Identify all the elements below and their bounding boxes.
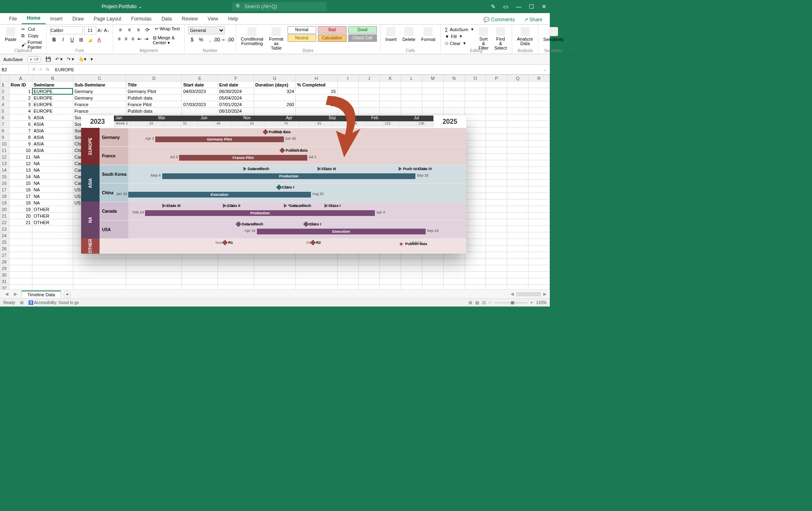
row-header-2[interactable]: 2 [0,88,9,95]
cell[interactable] [465,259,486,265]
format-as-table-button[interactable]: Format as Table [268,26,285,51]
align-center-icon[interactable]: ≡ [123,35,129,43]
col-header-Q[interactable]: Q [507,75,528,82]
cell[interactable]: 04/03/2023 [182,88,218,95]
style-good[interactable]: Good [348,26,377,34]
cell[interactable] [465,147,486,154]
cell[interactable] [486,121,507,127]
cell[interactable] [380,278,401,285]
cell[interactable] [401,272,422,278]
cell[interactable] [528,127,550,134]
cell[interactable]: 18 [9,200,32,206]
tab-help[interactable]: Help [223,14,243,24]
add-sheet-button[interactable]: + [64,291,71,298]
col-header-E[interactable]: E [182,75,218,82]
cell[interactable] [254,272,295,278]
header-cell[interactable]: Row ID [9,82,32,88]
col-header-A[interactable]: A [9,75,32,82]
cell[interactable]: OTHER [32,213,73,219]
cell[interactable] [507,134,528,141]
cell[interactable] [465,265,486,272]
cell[interactable] [182,95,218,101]
cell[interactable] [401,82,422,88]
sheet-tab-active[interactable]: Timeline Data [21,291,61,298]
row-header-14[interactable]: 14 [0,167,9,173]
cell[interactable] [73,285,126,290]
cell[interactable] [528,226,550,232]
cell[interactable] [507,193,528,200]
cell[interactable] [254,265,295,272]
cell[interactable] [486,245,507,252]
cell[interactable] [126,265,182,272]
maximize-icon[interactable]: ☐ [529,3,534,10]
cell[interactable] [528,285,550,290]
cell[interactable] [486,101,507,108]
col-header-J[interactable]: J [358,75,380,82]
cell[interactable]: 20 [9,213,32,219]
cell[interactable]: Germany [73,95,126,101]
cell[interactable] [465,82,486,88]
cell[interactable] [507,200,528,206]
cell[interactable] [182,259,218,265]
cell[interactable] [9,232,32,239]
cell[interactable] [422,265,443,272]
cell[interactable] [465,141,486,147]
cell[interactable] [218,285,254,290]
orientation-icon[interactable]: ⟳ [143,26,152,34]
cell[interactable] [465,193,486,200]
cell[interactable] [126,278,182,285]
cell[interactable]: 3 [9,101,32,108]
cell[interactable] [358,82,380,88]
cell[interactable] [337,265,358,272]
header-cell[interactable]: Sub-Swimlane [73,82,126,88]
col-header-M[interactable]: M [422,75,443,82]
cell[interactable] [528,95,550,101]
merge-center-button[interactable]: ⊟Merge & Center ▾ [153,35,181,45]
cell[interactable] [507,121,528,127]
cell[interactable] [507,173,528,180]
cell[interactable]: NA [32,173,73,180]
zoom-slider[interactable] [494,302,527,303]
row-header-25[interactable]: 25 [0,239,9,245]
cell[interactable] [486,278,507,285]
cell[interactable] [507,219,528,226]
scroll-left-icon[interactable]: ◀ [510,291,514,297]
cell[interactable] [422,278,443,285]
cell[interactable] [507,88,528,95]
cell[interactable] [486,252,507,259]
cell[interactable] [465,245,486,252]
cell[interactable] [507,239,528,245]
cell[interactable] [295,259,337,265]
fx-icon[interactable]: fx [46,67,50,72]
cell[interactable] [218,265,254,272]
cell[interactable] [507,154,528,160]
tab-home[interactable]: Home [22,13,45,24]
cell[interactable] [465,186,486,193]
cell[interactable]: 07/01/2024 [218,101,254,108]
row-header-1[interactable]: 1 [0,82,9,88]
cell[interactable] [73,278,126,285]
format-cells-button[interactable]: Format [420,26,437,43]
comments-button[interactable]: 💬 Comments [480,15,518,24]
cell[interactable] [486,226,507,232]
row-header-28[interactable]: 28 [0,259,9,265]
align-bottom-icon[interactable]: ≡ [134,26,143,34]
cell[interactable] [507,213,528,219]
cell[interactable] [218,272,254,278]
cell[interactable] [465,167,486,173]
cell[interactable] [254,95,295,101]
cell[interactable]: ASIA [32,134,73,141]
enter-fx-icon[interactable]: ✓ [39,67,43,72]
underline-button[interactable]: U [68,36,76,43]
cell[interactable] [465,101,486,108]
style-normal[interactable]: Normal [288,26,316,34]
border-button[interactable]: ⊞ [77,36,85,43]
cell[interactable] [465,121,486,127]
cell[interactable]: NA [32,167,73,173]
cell[interactable] [465,127,486,134]
cell[interactable] [507,245,528,252]
cell[interactable] [218,278,254,285]
cell[interactable] [465,180,486,186]
autosum-button[interactable]: ∑AutoSum ▾ [444,26,474,32]
cell[interactable] [401,259,422,265]
